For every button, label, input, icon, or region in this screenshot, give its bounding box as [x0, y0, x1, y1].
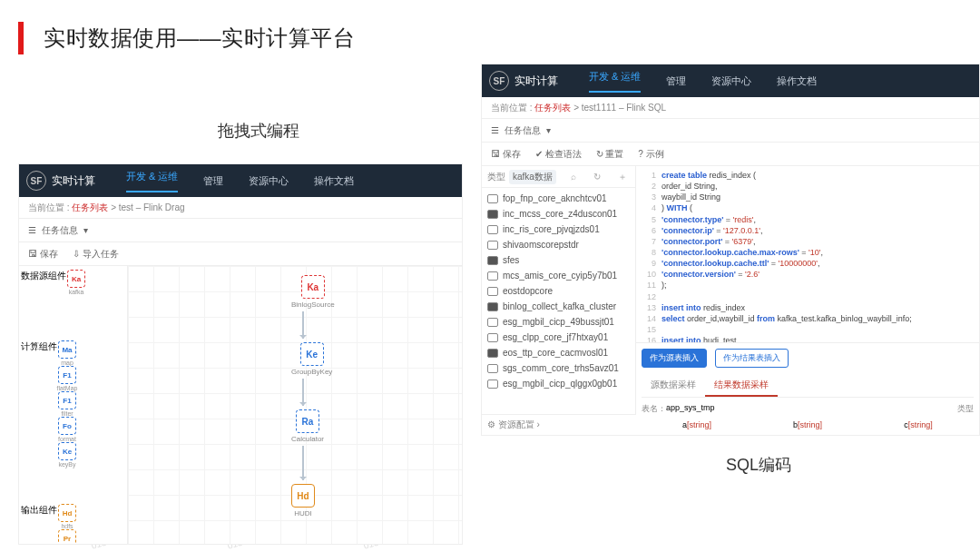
tree-item[interactable]: sgs_comm_core_trhs5avz01	[484, 360, 633, 376]
tree-type-value[interactable]: kafka数据	[509, 170, 556, 184]
node-icon: Ke	[300, 342, 324, 366]
tree-item[interactable]: mcs_amis_core_cyip5y7b01	[484, 268, 633, 283]
k: 'connector.version'	[662, 270, 736, 279]
sql-toolbar: 🖫 保存 ✔ 检查语法 ↻ 重置 ? 示例	[482, 143, 979, 166]
tree-item[interactable]: binlog_collect_kafka_cluster	[484, 299, 633, 314]
tree-item[interactable]: esg_mgbil_cicp_qlggx0gb01	[484, 376, 633, 391]
chip-filter[interactable]: F1 filter	[57, 391, 77, 417]
result-col: a[string]	[642, 420, 752, 429]
chip-icon: Pr	[58, 529, 76, 545]
v: '10'	[808, 248, 820, 257]
task-info-bar[interactable]: ☰ 任务信息 ▾	[19, 219, 462, 242]
tree-item[interactable]: inc_ris_core_pjvqjzds01	[484, 222, 633, 237]
label-sql-coding: SQL编码	[726, 454, 791, 476]
example-label: 示例	[646, 149, 664, 159]
chip-kafka-source[interactable]: Ka kafka	[66, 270, 86, 295]
node-groupby[interactable]: Ke GroupByKey	[291, 342, 332, 376]
eq: =	[714, 226, 723, 235]
import-button[interactable]: ⇩ 导入任务	[73, 248, 119, 261]
tree-item[interactable]: esg_clpp_core_jf7htxay01	[484, 330, 633, 345]
crumb-tail: > test – Flink Drag	[111, 202, 184, 212]
v: '6379'	[732, 237, 753, 246]
chip-map[interactable]: Ma map	[57, 340, 77, 366]
resource-config-label: 资源配置	[498, 419, 534, 429]
add-icon[interactable]: ＋	[615, 171, 630, 183]
eq: =	[799, 248, 808, 257]
save-button[interactable]: 🖫 保存	[28, 248, 58, 261]
col-type: [string]	[908, 420, 933, 429]
tab-source-sample[interactable]: 源数据采样	[642, 375, 705, 397]
nav-manage[interactable]: 管理	[666, 74, 686, 88]
chip-icon: F1	[58, 366, 76, 384]
v: 'redis'	[733, 215, 754, 224]
node-icon: Ka	[301, 275, 325, 299]
example-button[interactable]: ? 示例	[638, 148, 663, 161]
tree-item[interactable]: eos_ttp_core_cacmvosl01	[484, 345, 633, 360]
insert-as-source-button[interactable]: 作为源表插入	[642, 349, 707, 368]
tab-result-sample[interactable]: 结果数据采样	[705, 375, 778, 397]
brand: 实时计算	[52, 173, 95, 189]
tree-item[interactable]: inc_mcss_core_z4duscon01	[484, 206, 633, 222]
edge	[302, 446, 304, 480]
nav-resource[interactable]: 资源中心	[249, 174, 289, 188]
crumb-task-list[interactable]: 任务列表	[534, 102, 571, 114]
chip-icon: Ka	[67, 270, 85, 288]
nav-dev-ops[interactable]: 开发 & 运维	[589, 70, 641, 93]
drag-toolbar: 🖫 保存 ⇩ 导入任务	[19, 242, 462, 266]
tree-item[interactable]: shivaomscorepstdr	[484, 237, 633, 252]
task-info-bar[interactable]: ☰ 任务信息 ▾	[482, 119, 979, 143]
chip-keyBy[interactable]: Ke keyBy	[57, 442, 77, 468]
chip-icon: Ke	[58, 442, 76, 460]
tree-item[interactable]: sfes	[484, 252, 633, 268]
group-source-label: 数据源组件	[21, 270, 66, 295]
nav-dev-ops[interactable]: 开发 & 运维	[126, 170, 178, 192]
sql-editor[interactable]: 1create table redis_index ( 2order_id St…	[636, 166, 979, 342]
chip-print[interactable]: Pr print	[57, 529, 77, 545]
slide-title: 实时数据使用——实时计算平台	[44, 24, 355, 53]
nav-docs[interactable]: 操作文档	[777, 74, 817, 88]
crumb-task-list[interactable]: 任务列表	[72, 202, 108, 214]
chip-hdfs[interactable]: Hd hdfs	[57, 504, 77, 529]
reset-label: 重置	[605, 149, 623, 159]
database-icon	[487, 225, 498, 234]
refresh-icon[interactable]: ↻	[591, 172, 603, 182]
k: 'connector.ip'	[662, 226, 714, 235]
panel-sql-coding: SF 实时计算 开发 & 运维 管理 资源中心 操作文档 当前位置 : 任务列表…	[481, 64, 980, 436]
nav-resource[interactable]: 资源中心	[711, 74, 751, 88]
search-icon[interactable]: ⌕	[568, 172, 579, 182]
crumb-prefix: 当前位置 :	[491, 102, 533, 114]
database-icon	[487, 318, 498, 327]
kw: insert into	[662, 303, 701, 312]
kw: insert into	[662, 336, 701, 342]
palette-group-source: 数据源组件 Ka kafka	[21, 270, 125, 295]
task-info-label: 任务信息	[505, 124, 541, 137]
chip-flatMap[interactable]: F1 flatMap	[57, 366, 77, 391]
kw: from	[757, 314, 775, 323]
database-icon	[487, 210, 498, 219]
txt: (	[690, 203, 692, 212]
tree-item[interactable]: eostdopcore	[484, 283, 633, 299]
database-icon	[487, 333, 498, 342]
resource-config[interactable]: ⚙ 资源配置 ›	[482, 414, 636, 435]
insert-as-sink-button[interactable]: 作为结果表插入	[715, 349, 789, 368]
node-hudi[interactable]: Hd HUDI	[291, 484, 315, 518]
tree-item[interactable]: fop_fnp_core_aknchtcv01	[484, 191, 633, 206]
chip-icon: F1	[58, 391, 76, 409]
node-label: Calculator	[291, 435, 324, 443]
reset-button[interactable]: ↻ 重置	[596, 148, 624, 161]
check-button[interactable]: ✔ 检查语法	[535, 148, 582, 161]
node-icon: Hd	[291, 484, 315, 508]
node-binlog-source[interactable]: Ka BinlogSource	[291, 275, 335, 309]
nav-docs[interactable]: 操作文档	[314, 174, 354, 188]
node-calculator[interactable]: Ra Calculator	[291, 409, 324, 443]
navbar: SF 实时计算 开发 & 运维 管理 资源中心 操作文档	[482, 64, 979, 97]
nav-manage[interactable]: 管理	[203, 174, 223, 188]
tree-item[interactable]: esg_mgbil_cicp_49bussjt01	[484, 314, 633, 330]
kw: select	[662, 314, 685, 323]
chip-icon: Hd	[58, 504, 76, 522]
database-icon	[487, 364, 498, 373]
save-button[interactable]: 🖫 保存	[491, 148, 521, 161]
chip-text: filter	[61, 410, 73, 417]
drag-canvas[interactable]: Ka BinlogSource Ke GroupByKey Ra Calcula…	[128, 266, 462, 544]
chip-format[interactable]: Fo format	[57, 417, 77, 442]
